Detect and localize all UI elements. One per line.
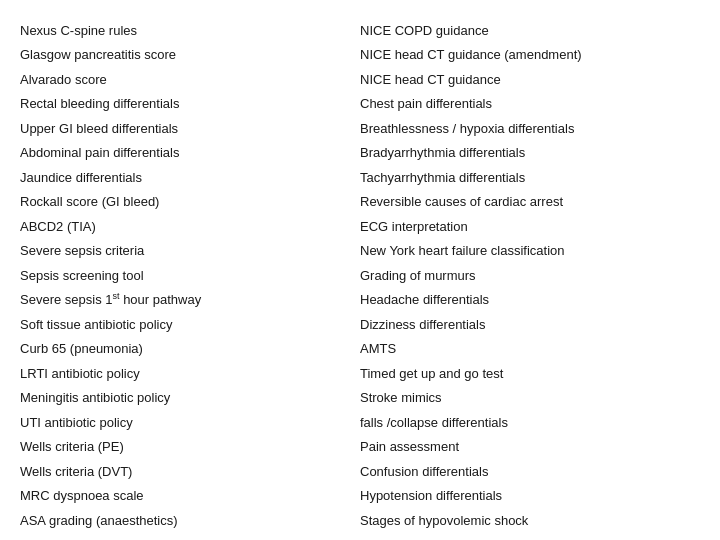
list-item[interactable]: Severe sepsis 1st hour pathway bbox=[20, 288, 360, 313]
list-item[interactable]: Pain assessment bbox=[360, 435, 700, 460]
list-item[interactable]: Meningitis antibiotic policy bbox=[20, 386, 360, 411]
list-item[interactable]: UTI antibiotic policy bbox=[20, 410, 360, 435]
list-item[interactable]: New York heart failure classification bbox=[360, 239, 700, 264]
list-item[interactable]: Bradyarrhythmia differentials bbox=[360, 141, 700, 166]
list-item[interactable]: Reversible causes of cardiac arrest bbox=[360, 190, 700, 215]
list-item[interactable]: Rectal bleeding differentials bbox=[20, 92, 360, 117]
list-item[interactable]: ASA grading (anaesthetics) bbox=[20, 508, 360, 533]
list-item[interactable]: Stages of hypovolemic shock bbox=[360, 508, 700, 533]
list-item[interactable]: Grading of murmurs bbox=[360, 263, 700, 288]
list-item[interactable]: Glasgow pancreatitis score bbox=[20, 43, 360, 68]
list-item[interactable]: BTS asthma exacerbation grades bbox=[20, 533, 360, 541]
list-item[interactable]: MRC dyspnoea scale bbox=[20, 484, 360, 509]
list-item[interactable]: Stroke mimics bbox=[360, 386, 700, 411]
list-item[interactable]: Severe sepsis criteria bbox=[20, 239, 360, 264]
list-item[interactable]: falls /collapse differentials bbox=[360, 410, 700, 435]
list-item[interactable]: Rockall score (GI bleed) bbox=[20, 190, 360, 215]
list-item[interactable]: Wells criteria (DVT) bbox=[20, 459, 360, 484]
list-item[interactable]: Sepsis screening tool bbox=[20, 263, 360, 288]
list-item[interactable]: Tachyarrhythmia differentials bbox=[360, 165, 700, 190]
list-item[interactable]: Chest pain differentials bbox=[360, 92, 700, 117]
list-item[interactable]: Dizziness differentials bbox=[360, 312, 700, 337]
main-container: Nexus C-spine rulesGlasgow pancreatitis … bbox=[0, 0, 720, 540]
list-item[interactable]: Abdominal pain differentials bbox=[20, 141, 360, 166]
list-item[interactable]: Jaundice differentials bbox=[20, 165, 360, 190]
list-item[interactable]: Alvarado score bbox=[20, 67, 360, 92]
list-item[interactable]: Wells criteria (PE) bbox=[20, 435, 360, 460]
list-item[interactable]: Headache differentials bbox=[360, 288, 700, 313]
list-item[interactable]: Confusion differentials bbox=[360, 459, 700, 484]
list-item[interactable]: Soft tissue antibiotic policy bbox=[20, 312, 360, 337]
list-item[interactable]: ABCD2 (TIA) bbox=[20, 214, 360, 239]
list-item[interactable]: NICE head CT guidance bbox=[360, 67, 700, 92]
list-item[interactable]: Nexus C-spine rules bbox=[20, 18, 360, 43]
list-item[interactable]: Hypotension differentials bbox=[360, 484, 700, 509]
list-item[interactable]: CO poisoning bbox=[360, 533, 700, 541]
left-column: Nexus C-spine rulesGlasgow pancreatitis … bbox=[20, 18, 360, 522]
list-item[interactable]: Upper GI bleed differentials bbox=[20, 116, 360, 141]
right-column: NICE COPD guidanceNICE head CT guidance … bbox=[360, 18, 700, 522]
list-item[interactable]: LRTI antibiotic policy bbox=[20, 361, 360, 386]
list-item[interactable]: ECG interpretation bbox=[360, 214, 700, 239]
list-item[interactable]: AMTS bbox=[360, 337, 700, 362]
list-item[interactable]: Timed get up and go test bbox=[360, 361, 700, 386]
list-item[interactable]: NICE head CT guidance (amendment) bbox=[360, 43, 700, 68]
list-item[interactable]: Breathlessness / hypoxia differentials bbox=[360, 116, 700, 141]
list-item[interactable]: NICE COPD guidance bbox=[360, 18, 700, 43]
superscript: st bbox=[113, 291, 120, 301]
list-item[interactable]: Curb 65 (pneumonia) bbox=[20, 337, 360, 362]
